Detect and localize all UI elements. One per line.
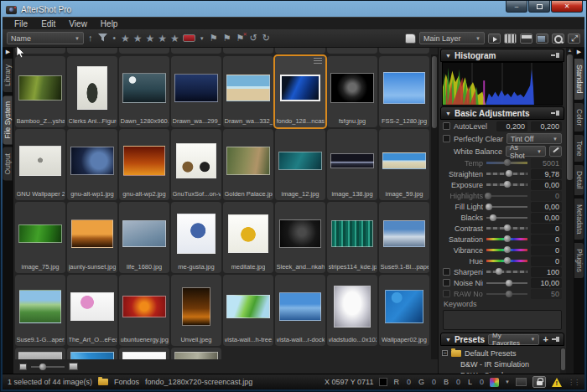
- thumbnail-cell[interactable]: The_Art_O...eFear.jpg: [67, 275, 117, 346]
- thumbnail-cell[interactable]: image_59.jpg: [379, 129, 429, 200]
- panel-tab-standard[interactable]: Standard: [574, 59, 584, 100]
- color-label-dropdown-icon[interactable]: ▼: [199, 36, 205, 41]
- pin-icon[interactable]: [552, 336, 559, 343]
- rotate-right-icon[interactable]: ↻: [262, 34, 271, 43]
- collapse-icon[interactable]: ▼: [445, 111, 451, 116]
- preset-item[interactable]: B&W - IR Simulation: [442, 358, 563, 369]
- star-3-icon[interactable]: ★: [146, 33, 155, 44]
- thumbnail-cell[interactable]: image_12.jpg: [275, 129, 325, 200]
- slider-track[interactable]: [486, 206, 527, 208]
- slider-knob[interactable]: [504, 257, 511, 264]
- thumbnail-cell[interactable]: gnu-alt-wp1.jpg: [67, 129, 117, 200]
- preset-scrollbar-thumb[interactable]: [561, 348, 565, 370]
- current-folder[interactable]: Fondos: [114, 378, 139, 386]
- rotate-left-icon[interactable]: ↺: [248, 34, 257, 43]
- slider-knob[interactable]: [504, 246, 511, 253]
- sort-field-dropdown[interactable]: Name ▼: [7, 32, 84, 44]
- panel-collapse-arrow-icon[interactable]: ▶: [577, 49, 581, 57]
- thumbnail-cell[interactable]: me-gusta.jpg: [171, 202, 221, 273]
- scroll-up-icon[interactable]: ▲: [568, 48, 573, 54]
- keywords-input[interactable]: [443, 310, 562, 330]
- slider-track[interactable]: [486, 293, 527, 295]
- eyedropper-icon[interactable]: [549, 146, 562, 157]
- slider-checkbox[interactable]: [443, 290, 450, 297]
- thumbnail-cell[interactable]: Suse9.1-Bl...papers.jpg: [379, 202, 429, 273]
- slider-value[interactable]: 50: [531, 289, 562, 299]
- slider-knob[interactable]: [504, 181, 511, 188]
- thumbnail-cell[interactable]: Bamboo_Z...ysha.jpg: [15, 56, 65, 127]
- slider-track[interactable]: [486, 249, 527, 251]
- thumbnail-cell[interactable]: Dawn_1280x960.jpg: [119, 56, 169, 127]
- slider-knob[interactable]: [485, 193, 491, 199]
- slider-value[interactable]: 0: [531, 191, 562, 201]
- perfectly-clear-checkbox[interactable]: [443, 135, 450, 142]
- slider-value[interactable]: 100: [531, 267, 562, 277]
- thumbnail-cell[interactable]: vista-wall...r-dock.jpg: [275, 275, 325, 346]
- thumbnail-cell[interactable]: GnuTuxSof...on-v1.jpg: [171, 129, 221, 200]
- add-preset-button[interactable]: +: [543, 334, 548, 344]
- sidebar-tab-library[interactable]: Library: [3, 59, 13, 92]
- slider-track[interactable]: [486, 195, 527, 197]
- slider-knob[interactable]: [504, 159, 511, 166]
- thumbnail-cell[interactable]: life_1680.jpg: [119, 202, 169, 273]
- star-5-icon[interactable]: ★: [170, 33, 179, 44]
- slider-track[interactable]: [486, 217, 527, 219]
- slider-track[interactable]: [486, 183, 527, 186]
- magnifier-icon[interactable]: [552, 34, 564, 44]
- flag-icon[interactable]: ⚑: [209, 34, 219, 43]
- panel-tab-metadata[interactable]: Metadata: [574, 199, 584, 240]
- star-4-icon[interactable]: ★: [158, 33, 167, 44]
- presets-header[interactable]: ▼ Presets My Favorites ▼ +: [440, 333, 564, 346]
- slider-value[interactable]: 0: [531, 224, 562, 234]
- thumbnail-cell[interactable]: vladstudio...0x1024.jpg: [327, 275, 377, 346]
- preset-scrollbar[interactable]: [560, 348, 566, 374]
- slider-value[interactable]: 0: [531, 235, 562, 245]
- thumbnail-cell[interactable]: FSS-2_1280.jpg: [379, 56, 429, 127]
- grid-scrollbar[interactable]: [431, 54, 438, 359]
- slider-value[interactable]: 0,00: [531, 180, 562, 190]
- slider-value[interactable]: 0: [531, 245, 562, 255]
- grid-scrollbar-thumb[interactable]: [432, 56, 437, 128]
- thumbnail-cell[interactable]: [171, 348, 221, 359]
- pin-icon[interactable]: [551, 52, 559, 59]
- panel-tab-detail[interactable]: Detail: [574, 165, 584, 195]
- panel-tab-tone[interactable]: Tone: [574, 135, 584, 162]
- autolevel-black-value[interactable]: 0,200: [496, 121, 527, 132]
- chevron-down-icon[interactable]: ▼: [505, 379, 510, 384]
- presets-filter-dropdown[interactable]: My Favorites ▼: [488, 334, 539, 345]
- slider-knob[interactable]: [506, 170, 512, 177]
- thumbnail-size-slider[interactable]: [31, 366, 65, 368]
- thumbnail-view-icon[interactable]: [504, 34, 517, 44]
- slider-value[interactable]: 5001: [531, 158, 562, 168]
- autolevel-white-value[interactable]: 0,200: [531, 121, 562, 132]
- menu-item-file[interactable]: File: [8, 18, 34, 29]
- color-management-icon[interactable]: [490, 378, 499, 387]
- collapse-tree-icon[interactable]: −: [442, 350, 448, 356]
- panel-scrollbar[interactable]: ▲: [566, 48, 574, 374]
- slider-track[interactable]: [486, 271, 527, 273]
- thumbnail-cell[interactable]: Golden Palace.jpg: [223, 129, 273, 200]
- thumbnail-cell[interactable]: image_75.jpg: [15, 202, 65, 273]
- thumbnail-cell[interactable]: gnu-alt-wp2.jpg: [119, 129, 169, 200]
- slider-knob[interactable]: [506, 280, 512, 286]
- sidebar-tab-output[interactable]: Output: [3, 147, 13, 181]
- slider-track[interactable]: [486, 282, 527, 284]
- thumbnail-cell[interactable]: jaunty-sunset.jpg: [67, 202, 117, 273]
- thumbnail-cell[interactable]: fsfgnu.jpg: [327, 56, 377, 127]
- pin-icon[interactable]: [551, 110, 559, 116]
- slider-track[interactable]: [486, 227, 527, 230]
- slider-knob[interactable]: [504, 224, 511, 231]
- filter-icon[interactable]: [97, 34, 108, 44]
- preset-folder-row[interactable]: − Default Presets: [442, 348, 563, 358]
- warning-icon[interactable]: [552, 378, 562, 387]
- slider-value[interactable]: 10,00: [531, 278, 562, 288]
- preview-view-icon[interactable]: [536, 34, 548, 44]
- thumbnail-cell[interactable]: Unveil.jpeg: [171, 275, 221, 346]
- slider-knob[interactable]: [490, 214, 496, 221]
- thumbnail-cell[interactable]: Suse9.1-G...apers.jpg: [15, 275, 65, 346]
- maximize-button[interactable]: [528, 1, 550, 13]
- star-1-icon[interactable]: ★: [121, 33, 130, 44]
- panel-tab-plugins[interactable]: Plugins: [574, 243, 584, 278]
- menu-item-view[interactable]: View: [62, 18, 94, 29]
- thumbnail-cell[interactable]: Clerks Ani...Figure.jpg: [67, 56, 117, 127]
